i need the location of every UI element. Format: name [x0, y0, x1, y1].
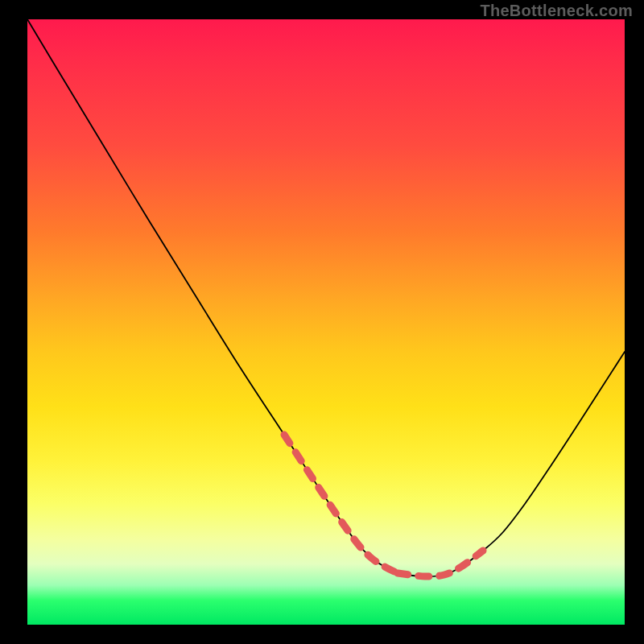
highlight-right: [398, 551, 483, 576]
watermark-label: TheBottleneck.com: [480, 2, 633, 20]
chart-frame: TheBottleneck.com: [0, 0, 644, 644]
plot-area: [27, 19, 625, 625]
highlight-left: [284, 435, 398, 573]
curve-layer: [27, 19, 625, 625]
